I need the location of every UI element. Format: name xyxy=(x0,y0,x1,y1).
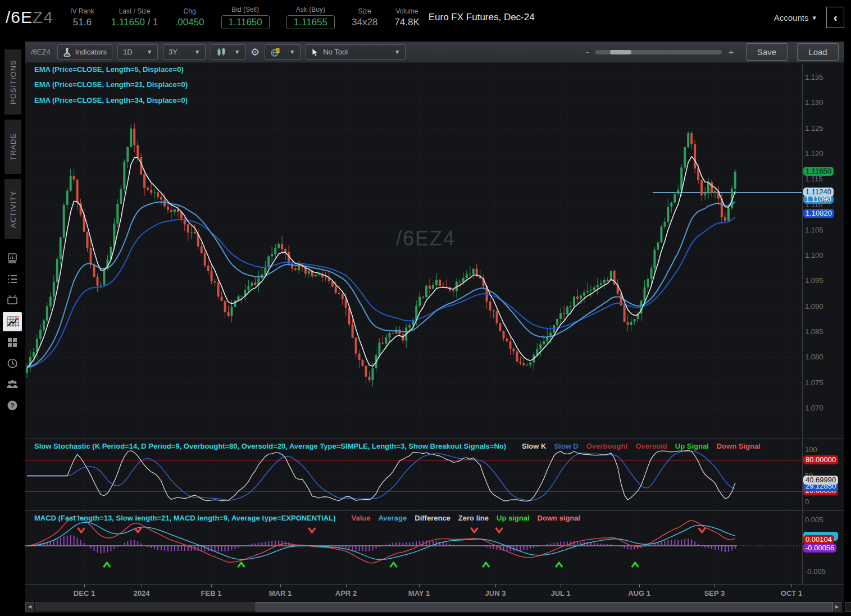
history-clock-icon[interactable] xyxy=(6,357,19,369)
quotes-book-icon[interactable] xyxy=(6,252,19,264)
stochastic-panel[interactable]: Slow Stochastic (K Period=14, D Period=9… xyxy=(25,439,802,510)
drawing-tools-dropdown[interactable]: ▼ xyxy=(265,44,301,60)
price-chart-panel[interactable]: EMA (Price=CLOSE, Length=5, Displace=0) … xyxy=(25,63,802,438)
zoom-slider-thumb[interactable] xyxy=(610,50,631,54)
legend-item: Up Signal xyxy=(675,442,709,450)
svg-text:?: ? xyxy=(10,402,14,410)
active-tool-dropdown[interactable]: No Tool ▼ xyxy=(306,44,406,60)
price-tick: 1.130 xyxy=(805,98,823,107)
study-label-macd[interactable]: MACD (Fast length=13, Slow length=21, MA… xyxy=(34,514,580,522)
symbol-suffix: Z4 xyxy=(33,8,53,27)
scrollbar-track[interactable] xyxy=(35,602,831,612)
gear-icon: ⚙ xyxy=(251,46,260,58)
study-label-stochastic[interactable]: Slow Stochastic (K Period=14, D Period=9… xyxy=(34,442,761,450)
axis-price-badge: -0.00056 xyxy=(803,544,836,553)
legend-item: Up signal xyxy=(497,514,530,522)
candlestick-chart[interactable] xyxy=(25,63,802,438)
sidebar-tab-trade[interactable]: TRADE xyxy=(4,120,21,174)
axis-price-badge: 1.10820 xyxy=(803,209,834,218)
axis-price-badge: 1.11650 xyxy=(803,167,834,176)
tv-icon[interactable] xyxy=(6,293,19,305)
scroll-left-button[interactable]: ◀ xyxy=(25,602,34,612)
stochastic-axis: 10050080.0000040.6999029.1285020.00000 xyxy=(802,439,844,510)
chart-scrollbar[interactable]: ◀ ▶ xyxy=(25,601,844,613)
symbol-root: /6E xyxy=(6,8,33,27)
symbol: /6E Z4 xyxy=(6,8,53,27)
flask-icon xyxy=(63,48,71,57)
zoom-in-button[interactable]: + xyxy=(729,47,734,57)
collapse-panel-button[interactable]: ‹ xyxy=(826,7,844,28)
time-tick xyxy=(639,585,640,587)
save-button[interactable]: Save xyxy=(746,43,788,61)
toolbar-symbol: /6EZ4 xyxy=(31,48,51,56)
time-tick xyxy=(791,585,792,587)
chevron-down-icon: ▼ xyxy=(147,49,152,55)
chart-type-dropdown[interactable]: ▼ xyxy=(211,44,245,60)
list-icon[interactable] xyxy=(6,273,19,285)
time-label: 2024 xyxy=(134,589,150,597)
candlestick-chart-icon xyxy=(216,47,226,57)
price-tick: 1.125 xyxy=(805,124,823,133)
stochastic-tick: 100 xyxy=(805,445,817,454)
grid-icon[interactable] xyxy=(6,336,19,349)
chart-icon[interactable] xyxy=(3,312,22,331)
legend-item: Zero line xyxy=(458,514,489,522)
time-tick xyxy=(715,585,715,587)
resize-corner[interactable] xyxy=(845,602,851,612)
load-button[interactable]: Load xyxy=(797,43,839,61)
people-icon[interactable] xyxy=(6,378,19,390)
zoom-control: - + xyxy=(586,47,734,57)
help-icon[interactable]: ? xyxy=(6,399,19,412)
ask-button[interactable]: 1.11655 xyxy=(286,15,335,29)
settings-button[interactable]: ⚙ xyxy=(251,46,260,58)
symbol-watermark: /6EZ4 xyxy=(396,227,456,250)
time-tick xyxy=(84,585,85,587)
cursor-icon xyxy=(311,48,319,57)
chevron-down-icon: ▾ xyxy=(812,13,816,22)
axis-price-badge: 80.00000 xyxy=(803,455,838,464)
time-label: DEC 1 xyxy=(74,589,95,597)
price-axis: 1.1351.1301.1251.1201.1151.1101.1051.100… xyxy=(802,63,844,438)
legend-item: Slow K xyxy=(522,442,546,450)
legend-item: Overbought xyxy=(586,442,628,450)
macd-axis: 0.005-0.005 0.00104-0.00056 xyxy=(802,510,844,585)
macd-panel[interactable]: MACD (Fast length=13, Slow length=21, MA… xyxy=(25,510,802,585)
price-tick: 1.075 xyxy=(805,378,823,387)
chevron-down-icon: ▼ xyxy=(194,49,200,55)
scroll-right-button[interactable]: ▶ xyxy=(832,602,841,612)
trading-app-window: /6E Z4 IV Rank 51.6 Last / Size 1.11650 … xyxy=(0,0,851,616)
scroll-left-icon: ◀ xyxy=(28,604,31,609)
time-tick xyxy=(419,585,420,587)
chevron-down-icon: ▼ xyxy=(234,49,240,55)
quote-header: /6E Z4 IV Rank 51.6 Last / Size 1.11650 … xyxy=(0,0,851,35)
legend-item: Down signal xyxy=(538,514,581,522)
time-label: JUN 3 xyxy=(485,589,506,597)
stat-last-size: Last / Size 1.11650 / 1 xyxy=(111,7,158,28)
accounts-menu[interactable]: Accounts ▾ xyxy=(774,13,816,22)
study-label-ema5[interactable]: EMA (Price=CLOSE, Length=5, Displace=0) xyxy=(34,65,184,74)
scrollbar-thumb[interactable] xyxy=(256,602,832,612)
legend-item: Average xyxy=(378,514,407,522)
timeframe-dropdown[interactable]: 1D ▼ xyxy=(117,44,158,60)
price-tick: 1.085 xyxy=(805,327,823,336)
zoom-out-button[interactable]: - xyxy=(586,47,589,57)
range-dropdown[interactable]: 3Y ▼ xyxy=(163,44,206,60)
time-tick xyxy=(561,585,561,587)
axis-price-badge: 40.69990 xyxy=(803,476,838,485)
indicators-button[interactable]: Indicators xyxy=(57,44,112,60)
stat-chg: Chg .00450 xyxy=(175,7,204,28)
price-tick: 1.090 xyxy=(805,302,823,311)
time-tick xyxy=(495,585,496,587)
time-label: OCT 1 xyxy=(781,589,802,597)
price-tick: 1.070 xyxy=(805,404,823,412)
sidebar-tab-activity[interactable]: ACTIVITY xyxy=(4,179,21,239)
zoom-slider[interactable] xyxy=(595,50,722,54)
study-label-ema34[interactable]: EMA (Price=CLOSE, Length=34, Displace=0) xyxy=(34,96,188,104)
sidebar-tab-positions[interactable]: POSITIONS xyxy=(4,49,21,115)
price-tick: 1.095 xyxy=(805,276,823,285)
bid-button[interactable]: 1.11650 xyxy=(221,15,270,29)
time-tick xyxy=(280,585,281,587)
study-label-ema21[interactable]: EMA (Price=CLOSE, Length=21, Displace=0) xyxy=(34,80,188,89)
collapse-panel-icon: ‹ xyxy=(834,11,838,24)
chevron-down-icon: ▼ xyxy=(289,49,295,55)
